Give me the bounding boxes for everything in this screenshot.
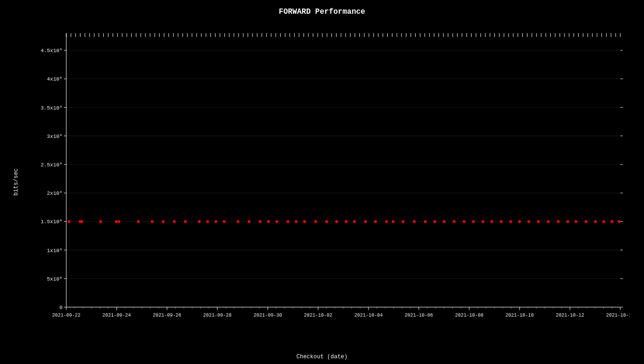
svg-point-243 [80,220,83,223]
svg-point-280 [472,220,475,223]
y-axis-label: bits/sec [13,168,19,196]
svg-point-284 [509,220,512,223]
svg-text:2.5x10⁹: 2.5x10⁹ [41,162,63,168]
svg-text:2021-09-26: 2021-09-26 [153,313,181,318]
svg-point-290 [566,220,569,223]
svg-point-278 [453,220,456,223]
svg-text:1.5x10⁹: 1.5x10⁹ [41,219,63,225]
svg-point-272 [392,220,394,223]
svg-point-247 [137,220,140,223]
svg-point-292 [584,220,587,223]
svg-point-246 [117,220,120,223]
svg-point-259 [267,220,270,223]
svg-point-263 [303,220,306,223]
svg-point-274 [413,220,416,223]
svg-point-265 [325,220,328,223]
svg-point-261 [286,220,289,223]
svg-text:2021-09-22: 2021-09-22 [52,313,80,318]
svg-point-268 [353,220,356,223]
svg-point-296 [618,220,621,223]
svg-point-256 [237,220,240,223]
svg-text:0: 0 [59,305,63,310]
svg-point-287 [537,220,540,223]
svg-point-266 [335,220,338,223]
svg-text:2021-10-04: 2021-10-04 [354,313,383,318]
svg-point-277 [443,220,446,223]
svg-point-275 [424,220,427,223]
svg-text:2021-10-12: 2021-10-12 [556,313,584,318]
svg-point-252 [198,220,201,223]
svg-text:2x10⁹: 2x10⁹ [47,191,63,196]
svg-point-279 [463,220,465,223]
svg-text:4x10⁹: 4x10⁹ [47,76,63,82]
svg-point-288 [547,220,550,223]
svg-point-248 [151,220,153,223]
svg-point-285 [518,220,521,223]
svg-text:2021-09-30: 2021-09-30 [253,313,282,318]
svg-point-257 [248,220,250,223]
svg-text:3x10⁹: 3x10⁹ [47,134,63,139]
svg-point-260 [276,220,278,223]
svg-point-269 [364,220,367,223]
svg-point-293 [594,220,597,223]
svg-point-251 [184,220,187,223]
svg-point-241 [68,220,71,223]
svg-point-281 [482,220,484,223]
svg-point-249 [162,220,165,223]
svg-point-294 [602,220,605,223]
svg-text:5x10⁸: 5x10⁸ [47,276,63,282]
svg-point-270 [374,220,377,223]
svg-point-283 [500,220,502,223]
chart-container: FORWARD Performance bits/sec 4.5x10⁹4x10… [0,0,644,364]
svg-point-291 [574,220,577,223]
svg-point-255 [223,220,225,223]
svg-point-262 [295,220,298,223]
svg-text:2021-10-14: 2021-10-14 [606,313,630,318]
svg-point-271 [385,220,388,223]
chart-area: 4.5x10⁹4x10⁹3.5x10⁹3x10⁹2.5x10⁹2x10⁹1.5x… [28,28,630,326]
svg-point-286 [528,220,530,223]
svg-point-245 [115,220,117,223]
svg-point-273 [402,220,404,223]
x-axis-label: Checkout (date) [0,354,644,360]
svg-point-289 [557,220,560,223]
svg-point-253 [206,220,209,223]
svg-point-250 [173,220,176,223]
svg-point-276 [433,220,436,223]
svg-text:2021-10-08: 2021-10-08 [455,313,483,318]
chart-title: FORWARD Performance [0,8,644,16]
svg-text:2021-10-10: 2021-10-10 [505,313,534,318]
svg-text:3.5x10⁹: 3.5x10⁹ [41,105,63,111]
svg-text:2021-09-24: 2021-09-24 [102,313,131,318]
svg-point-295 [610,220,613,223]
svg-point-264 [314,220,317,223]
svg-point-244 [99,220,102,223]
svg-text:2021-09-28: 2021-09-28 [203,313,232,318]
svg-point-258 [259,220,262,223]
svg-text:2021-10-02: 2021-10-02 [304,313,332,318]
svg-point-254 [215,220,217,223]
svg-text:2021-10-06: 2021-10-06 [405,313,433,318]
chart-svg: 4.5x10⁹4x10⁹3.5x10⁹3x10⁹2.5x10⁹2x10⁹1.5x… [28,28,630,326]
svg-point-282 [491,220,493,223]
svg-text:1x10⁹: 1x10⁹ [47,248,63,254]
svg-text:4.5x10⁹: 4.5x10⁹ [41,48,63,54]
svg-point-267 [345,220,348,223]
